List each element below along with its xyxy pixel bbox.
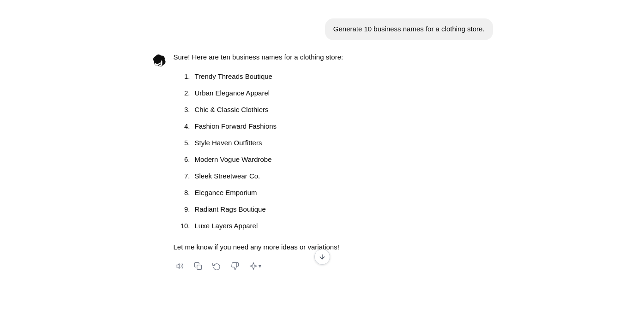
user-message-text: Generate 10 business names for a clothin… (333, 25, 485, 33)
action-icons-row: ▾ (174, 260, 493, 272)
list-item-number: 10. (174, 220, 190, 231)
list-item: 9.Radiant Rags Boutique (174, 201, 493, 218)
list-item-text: Elegance Emporium (195, 187, 257, 198)
list-item-number: 6. (174, 154, 190, 165)
chat-container: Generate 10 business names for a clothin… (142, 0, 502, 320)
list-item-text: Fashion Forward Fashions (195, 121, 277, 132)
volume-button[interactable] (174, 260, 186, 272)
list-item-number: 7. (174, 171, 190, 182)
list-item-text: Style Haven Outfitters (195, 137, 262, 148)
assistant-avatar (151, 53, 167, 69)
intro-text: Sure! Here are ten business names for a … (174, 51, 493, 63)
regenerate-button[interactable] (211, 260, 223, 272)
list-item-number: 9. (174, 204, 190, 215)
list-item-text: Chic & Classic Clothiers (195, 104, 269, 115)
list-item-number: 1. (174, 71, 190, 82)
list-item-text: Radiant Rags Boutique (195, 204, 266, 215)
list-item: 1.Trendy Threads Boutique (174, 68, 493, 85)
list-item-text: Luxe Layers Apparel (195, 220, 258, 231)
list-item-text: Sleek Streetwear Co. (195, 171, 260, 182)
sparkle-button[interactable]: ▾ (247, 260, 263, 272)
thumbs-down-button[interactable] (229, 260, 241, 272)
list-item-text: Trendy Threads Boutique (195, 71, 272, 82)
list-item-number: 2. (174, 88, 190, 99)
copy-icon (194, 262, 202, 270)
list-item-number: 8. (174, 187, 190, 198)
assistant-message-wrapper: Sure! Here are ten business names for a … (151, 51, 493, 253)
list-item: 8.Elegance Emporium (174, 184, 493, 201)
list-item-text: Urban Elegance Apparel (195, 88, 270, 99)
svg-rect-1 (197, 265, 201, 270)
business-list: 1.Trendy Threads Boutique2.Urban Eleganc… (174, 68, 493, 234)
list-item: 2.Urban Elegance Apparel (174, 85, 493, 101)
scroll-to-bottom-button[interactable] (314, 249, 330, 265)
volume-icon (175, 262, 184, 270)
assistant-content: Sure! Here are ten business names for a … (174, 51, 493, 253)
chatgpt-logo-icon (153, 54, 166, 67)
list-item-text: Modern Vogue Wardrobe (195, 154, 272, 165)
refresh-icon (212, 262, 221, 270)
list-item: 5.Style Haven Outfitters (174, 135, 493, 151)
list-item: 6.Modern Vogue Wardrobe (174, 151, 493, 168)
sparkle-dropdown-indicator: ▾ (259, 263, 261, 269)
list-item: 10.Luxe Layers Apparel (174, 218, 493, 234)
thumbs-down-icon (231, 262, 239, 270)
svg-marker-0 (176, 264, 179, 269)
user-message-wrapper: Generate 10 business names for a clothin… (151, 9, 493, 40)
list-item-number: 3. (174, 104, 190, 115)
list-item-number: 5. (174, 137, 190, 148)
sparkle-icon (249, 262, 258, 270)
list-item: 4.Fashion Forward Fashions (174, 118, 493, 135)
list-item-number: 4. (174, 121, 190, 132)
copy-button[interactable] (192, 260, 204, 272)
user-message-bubble: Generate 10 business names for a clothin… (325, 18, 493, 40)
list-item: 7.Sleek Streetwear Co. (174, 168, 493, 184)
closing-text: Let me know if you need any more ideas o… (174, 242, 493, 253)
arrow-down-icon (319, 253, 326, 261)
list-item: 3.Chic & Classic Clothiers (174, 101, 493, 118)
